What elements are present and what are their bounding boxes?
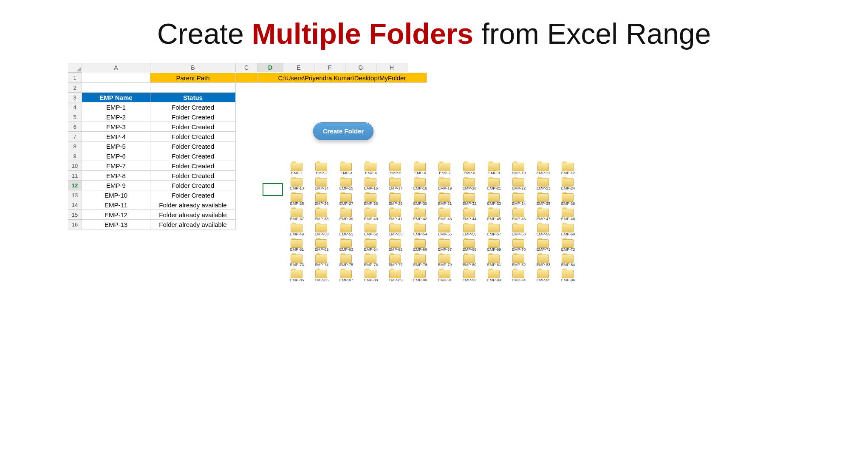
folder-item[interactable]: EMP-21 xyxy=(482,176,506,190)
folder-item[interactable]: EMP-39 xyxy=(334,207,359,221)
folder-item[interactable]: EMP-62 xyxy=(309,237,334,252)
folder-item[interactable]: EMP-68 xyxy=(457,237,482,252)
emp-name-cell[interactable]: EMP-11 xyxy=(82,200,150,210)
column-header-C[interactable]: C xyxy=(236,63,257,72)
row-header-2[interactable]: 2 xyxy=(68,83,82,93)
emp-name-cell[interactable]: EMP-2 xyxy=(82,112,150,122)
emp-name-cell[interactable]: EMP-10 xyxy=(82,190,150,200)
folder-item[interactable]: EMP-45 xyxy=(482,207,506,221)
folder-item[interactable]: EMP-3 xyxy=(334,161,359,175)
status-cell[interactable]: Folder Created xyxy=(150,190,236,200)
row-header-4[interactable]: 4 xyxy=(68,102,82,112)
folder-item[interactable]: EMP-77 xyxy=(383,252,408,267)
folder-item[interactable]: EMP-93 xyxy=(482,268,506,282)
folder-item[interactable]: EMP-78 xyxy=(408,252,433,267)
folder-item[interactable]: EMP-32 xyxy=(457,191,482,206)
row-header-10[interactable]: 10 xyxy=(68,161,82,171)
emp-name-cell[interactable]: EMP-12 xyxy=(82,210,150,220)
folder-item[interactable]: EMP-67 xyxy=(433,237,457,252)
folder-item[interactable]: EMP-42 xyxy=(408,207,433,221)
cell[interactable] xyxy=(82,73,150,83)
folder-item[interactable]: EMP-65 xyxy=(383,237,408,252)
emp-name-cell[interactable]: EMP-6 xyxy=(82,151,150,161)
folder-item[interactable]: EMP-75 xyxy=(334,252,359,267)
status-cell[interactable]: Folder already available xyxy=(150,220,236,229)
folder-item[interactable]: EMP-40 xyxy=(359,207,383,221)
status-cell[interactable]: Folder Created xyxy=(150,132,236,142)
folder-item[interactable]: EMP-72 xyxy=(556,237,580,252)
folder-item[interactable]: EMP-5 xyxy=(383,161,408,175)
folder-item[interactable]: EMP-35 xyxy=(531,191,556,206)
cell[interactable] xyxy=(236,73,257,83)
emp-name-cell[interactable]: EMP-13 xyxy=(82,220,150,229)
folder-item[interactable]: EMP-66 xyxy=(408,237,433,252)
status-header[interactable]: Status xyxy=(150,93,236,102)
emp-name-cell[interactable]: EMP-4 xyxy=(82,132,150,142)
cell[interactable] xyxy=(150,83,236,93)
folder-item[interactable]: EMP-74 xyxy=(309,252,334,267)
folder-item[interactable]: EMP-57 xyxy=(482,222,506,236)
folder-item[interactable]: EMP-89 xyxy=(383,268,408,282)
folder-item[interactable]: EMP-95 xyxy=(531,268,556,282)
folder-item[interactable]: EMP-82 xyxy=(506,252,531,267)
folder-item[interactable]: EMP-96 xyxy=(556,268,580,282)
status-cell[interactable]: Folder Created xyxy=(150,112,236,122)
folder-item[interactable]: EMP-28 xyxy=(359,191,383,206)
row-header-15[interactable]: 15 xyxy=(68,210,82,220)
folder-item[interactable]: EMP-36 xyxy=(556,191,580,206)
select-all-triangle[interactable] xyxy=(68,63,82,73)
row-header-5[interactable]: 5 xyxy=(68,112,82,122)
folder-item[interactable]: EMP-33 xyxy=(482,191,506,206)
folder-item[interactable]: EMP-38 xyxy=(309,207,334,221)
folder-item[interactable]: EMP-87 xyxy=(334,268,359,282)
folder-item[interactable]: EMP-71 xyxy=(531,237,556,252)
folder-item[interactable]: EMP-27 xyxy=(334,191,359,206)
emp-name-cell[interactable]: EMP-9 xyxy=(82,181,150,190)
row-header-12[interactable]: 12 xyxy=(68,181,82,190)
row-header-3[interactable]: 3 xyxy=(68,93,82,102)
folder-item[interactable]: EMP-63 xyxy=(334,237,359,252)
parent-path-value-cell[interactable]: C:\Users\Priyendra.Kumar\Desktop\MyFolde… xyxy=(257,73,427,83)
folder-item[interactable]: EMP-81 xyxy=(482,252,506,267)
folder-item[interactable]: EMP-84 xyxy=(556,252,580,267)
folder-item[interactable]: EMP-50 xyxy=(309,222,334,236)
column-header-F[interactable]: F xyxy=(314,63,345,72)
folder-item[interactable]: EMP-79 xyxy=(433,252,457,267)
folder-item[interactable]: EMP-53 xyxy=(383,222,408,236)
folder-item[interactable]: EMP-90 xyxy=(408,268,433,282)
folder-item[interactable]: EMP-52 xyxy=(359,222,383,236)
folder-item[interactable]: EMP-14 xyxy=(309,176,334,190)
emp-name-cell[interactable]: EMP-7 xyxy=(82,161,150,171)
row-header-11[interactable]: 11 xyxy=(68,171,82,181)
folder-item[interactable]: EMP-83 xyxy=(531,252,556,267)
folder-item[interactable]: EMP-2 xyxy=(309,161,334,175)
folder-item[interactable]: EMP-25 xyxy=(285,191,309,206)
folder-item[interactable]: EMP-86 xyxy=(309,268,334,282)
folder-item[interactable]: EMP-46 xyxy=(506,207,531,221)
folder-item[interactable]: EMP-29 xyxy=(383,191,408,206)
folder-item[interactable]: EMP-17 xyxy=(383,176,408,190)
folder-item[interactable]: EMP-56 xyxy=(457,222,482,236)
folder-item[interactable]: EMP-94 xyxy=(506,268,531,282)
row-header-13[interactable]: 13 xyxy=(68,190,82,200)
folder-item[interactable]: EMP-58 xyxy=(506,222,531,236)
status-cell[interactable]: Folder Created xyxy=(150,102,236,112)
cell[interactable] xyxy=(82,83,150,93)
column-header-H[interactable]: H xyxy=(376,63,407,72)
folder-item[interactable]: EMP-4 xyxy=(359,161,383,175)
column-header-E[interactable]: E xyxy=(283,63,314,72)
row-header-6[interactable]: 6 xyxy=(68,122,82,132)
folder-item[interactable]: EMP-1 xyxy=(285,161,309,175)
folder-item[interactable]: EMP-69 xyxy=(482,237,506,252)
folder-item[interactable]: EMP-37 xyxy=(285,207,309,221)
folder-item[interactable]: EMP-20 xyxy=(457,176,482,190)
emp-name-cell[interactable]: EMP-3 xyxy=(82,122,150,132)
folder-item[interactable]: EMP-48 xyxy=(556,207,580,221)
emp-name-cell[interactable]: EMP-1 xyxy=(82,102,150,112)
folder-item[interactable]: EMP-22 xyxy=(506,176,531,190)
folder-item[interactable]: EMP-85 xyxy=(285,268,309,282)
folder-item[interactable]: EMP-31 xyxy=(433,191,457,206)
status-cell[interactable]: Folder Created xyxy=(150,122,236,132)
folder-item[interactable]: EMP-92 xyxy=(457,268,482,282)
folder-item[interactable]: EMP-80 xyxy=(457,252,482,267)
